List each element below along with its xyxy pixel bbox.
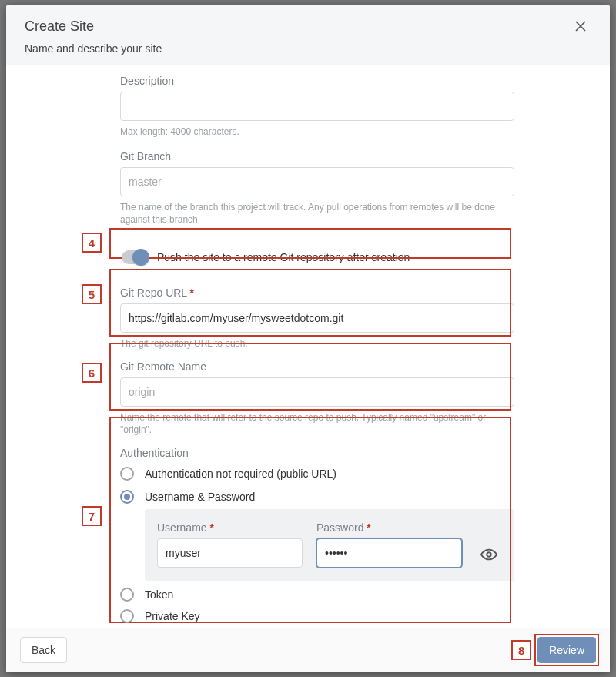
- step-badge-6: 6: [82, 363, 102, 383]
- modal-title: Create Site: [25, 18, 591, 35]
- branch-field: Git Branch The name of the branch this p…: [120, 150, 514, 226]
- branch-label: Git Branch: [120, 150, 514, 163]
- step-box-8: [534, 634, 599, 666]
- branch-hint: The name of the branch this project will…: [120, 201, 514, 226]
- description-input[interactable]: [120, 92, 514, 121]
- radio-icon: [120, 467, 134, 481]
- step-box-4: [109, 228, 511, 259]
- back-button[interactable]: Back: [20, 637, 67, 663]
- step-box-5: [109, 269, 511, 337]
- description-hint: Max length: 4000 characters.: [120, 126, 514, 138]
- description-label: Description: [120, 75, 514, 87]
- step-box-7: [109, 417, 511, 623]
- step-badge-8: 8: [511, 640, 531, 660]
- step-badge-5: 5: [82, 284, 102, 304]
- step-badge-4: 4: [82, 233, 102, 253]
- create-site-modal: Create Site Name and describe your site …: [6, 5, 610, 672]
- radio-icon: [120, 588, 134, 602]
- close-button[interactable]: [574, 20, 593, 39]
- toggle-knob: [132, 249, 149, 266]
- modal-footer: Back 8 Review: [6, 627, 610, 672]
- description-field: Description Max length: 4000 characters.: [120, 75, 514, 138]
- push-toggle[interactable]: [122, 250, 148, 264]
- radio-icon: [120, 490, 134, 504]
- branch-input[interactable]: [120, 167, 514, 196]
- modal-body: Description Max length: 4000 characters.…: [6, 65, 610, 627]
- radio-icon: [120, 609, 134, 623]
- close-icon: [574, 20, 587, 32]
- modal-subtitle: Name and describe your site: [25, 42, 591, 55]
- step-badge-7: 7: [82, 506, 102, 526]
- step-box-6: [109, 343, 511, 411]
- modal-header: Create Site Name and describe your site: [6, 5, 610, 65]
